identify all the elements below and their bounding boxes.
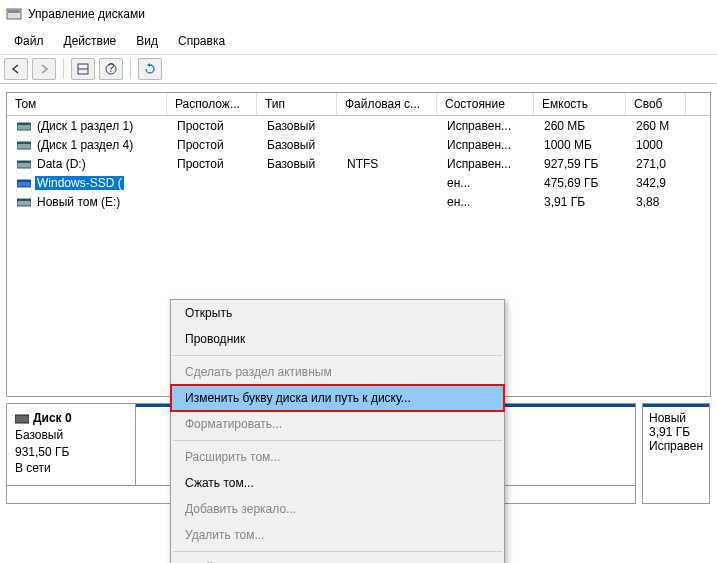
table-row[interactable]: (Диск 1 раздел 4) Простой Базовый Исправ… <box>7 135 710 154</box>
context-menu: Открыть Проводник Сделать раздел активны… <box>170 299 505 563</box>
toolbar-sep <box>63 59 64 79</box>
disk-info: Диск 0 Базовый 931,50 ГБ В сети <box>7 404 135 483</box>
volume-icon <box>17 177 31 189</box>
toolbar-forward-icon[interactable] <box>32 58 56 80</box>
svg-rect-11 <box>17 161 31 163</box>
menu-bar: Файл Действие Вид Справка <box>0 28 717 55</box>
svg-rect-1 <box>8 10 20 13</box>
ctx-properties[interactable]: Свойства <box>171 555 504 563</box>
disk-icon <box>15 413 29 425</box>
toolbar-sep2 <box>130 59 131 79</box>
table-row[interactable]: Windows-SSD ( ен... 475,69 ГБ 342,9 <box>7 173 710 192</box>
col-status[interactable]: Состояние <box>437 93 534 115</box>
menu-view[interactable]: Вид <box>126 30 168 52</box>
toolbar-back-icon[interactable] <box>4 58 28 80</box>
menu-help[interactable]: Справка <box>168 30 235 52</box>
ctx-make-active: Сделать раздел активным <box>171 359 504 385</box>
ctx-sep <box>173 355 502 356</box>
window-title: Управление дисками <box>28 7 145 21</box>
toolbar-help-icon[interactable]: ? <box>99 58 123 80</box>
ctx-shrink[interactable]: Сжать том... <box>171 470 504 496</box>
table-row[interactable]: Новый том (E:) ен... 3,91 ГБ 3,88 <box>7 192 710 211</box>
col-layout[interactable]: Располож... <box>167 93 257 115</box>
volume-name: Новый том (E:) <box>35 195 122 209</box>
svg-text:?: ? <box>108 63 115 75</box>
svg-rect-13 <box>17 180 31 182</box>
toolbar: ? <box>0 55 717 84</box>
table-body: (Диск 1 раздел 1) Простой Базовый Исправ… <box>7 116 710 211</box>
col-type[interactable]: Тип <box>257 93 337 115</box>
volume-icon <box>17 120 31 132</box>
partition-state: Исправен <box>649 439 703 453</box>
disk-card-right[interactable]: Новый 3,91 ГБ Исправен <box>642 403 710 504</box>
volume-icon <box>17 158 31 170</box>
disk-type: Базовый <box>15 427 127 444</box>
volume-icon <box>17 196 31 208</box>
col-filesystem[interactable]: Файловая с... <box>337 93 437 115</box>
ctx-explorer[interactable]: Проводник <box>171 326 504 352</box>
table-header: Том Располож... Тип Файловая с... Состоя… <box>7 93 710 116</box>
disk-size: 931,50 ГБ <box>15 444 127 461</box>
toolbar-refresh-icon[interactable] <box>138 58 162 80</box>
title-bar: Управление дисками <box>0 0 717 28</box>
ctx-sep <box>173 440 502 441</box>
ctx-format: Форматировать... <box>171 411 504 437</box>
disk-status: В сети <box>15 460 127 477</box>
disk-name: Диск 0 <box>33 411 72 425</box>
col-free[interactable]: Своб <box>626 93 686 115</box>
ctx-open[interactable]: Открыть <box>171 300 504 326</box>
volume-name: (Диск 1 раздел 1) <box>35 119 135 133</box>
svg-rect-9 <box>17 142 31 144</box>
svg-rect-15 <box>17 199 31 201</box>
partition-name: Новый <box>649 411 703 425</box>
volume-name: (Диск 1 раздел 4) <box>35 138 135 152</box>
table-row[interactable]: (Диск 1 раздел 1) Простой Базовый Исправ… <box>7 116 710 135</box>
svg-rect-7 <box>17 123 31 125</box>
app-icon <box>6 6 22 22</box>
col-capacity[interactable]: Емкость <box>534 93 626 115</box>
ctx-add-mirror: Добавить зеркало... <box>171 496 504 522</box>
volume-name: Data (D:) <box>35 157 88 171</box>
volume-icon <box>17 139 31 151</box>
toolbar-layout-icon[interactable] <box>71 58 95 80</box>
table-row[interactable]: Data (D:) Простой Базовый NTFS Исправен.… <box>7 154 710 173</box>
ctx-extend: Расширить том... <box>171 444 504 470</box>
menu-action[interactable]: Действие <box>54 30 127 52</box>
volume-name: Windows-SSD ( <box>35 176 124 190</box>
ctx-change-letter[interactable]: Изменить букву диска или путь к диску... <box>170 384 505 412</box>
menu-file[interactable]: Файл <box>4 30 54 52</box>
ctx-sep <box>173 551 502 552</box>
svg-rect-16 <box>15 415 29 423</box>
partition-size: 3,91 ГБ <box>649 425 703 439</box>
col-volume[interactable]: Том <box>7 93 167 115</box>
content-area: Том Располож... Тип Файловая с... Состоя… <box>0 92 717 504</box>
ctx-delete: Удалить том... <box>171 522 504 548</box>
